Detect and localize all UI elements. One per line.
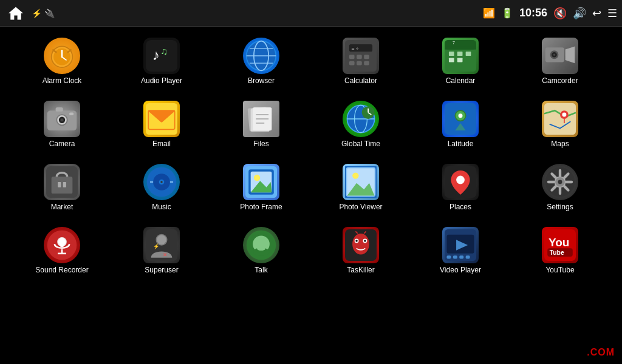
app-maps[interactable]: Maps	[510, 96, 610, 153]
taskiller-icon	[343, 227, 379, 263]
svg-point-65	[459, 113, 463, 118]
app-video-player[interactable]: Video Player	[411, 222, 510, 279]
alarm-clock-label: Alarm Clock	[43, 76, 82, 85]
app-calculator[interactable]: = ÷ Calculator	[311, 33, 411, 90]
svg-text:✕: ✕	[163, 252, 168, 258]
audio-player-icon: ♪ ♫	[143, 38, 180, 74]
app-alarm-clock[interactable]: Alarm Clock	[12, 33, 112, 90]
svg-rect-28	[449, 52, 454, 56]
back-icon[interactable]: ↩	[592, 7, 601, 20]
svg-text:♪: ♪	[152, 47, 159, 63]
files-icon	[243, 101, 279, 137]
svg-point-120	[364, 240, 366, 241]
app-files[interactable]: Files	[211, 96, 311, 153]
app-sound-recorder[interactable]: Sound Recorder	[12, 222, 112, 279]
photo-viewer-icon	[343, 164, 379, 200]
app-settings[interactable]: Settings	[510, 159, 610, 216]
app-camcorder[interactable]: Camcorder	[510, 33, 610, 90]
maps-label: Maps	[551, 140, 569, 148]
calculator-icon: = ÷	[343, 38, 379, 74]
svg-point-78	[160, 181, 162, 183]
latitude-label: Latitude	[448, 140, 474, 148]
svg-rect-128	[459, 255, 463, 258]
app-global-time[interactable]: Global Time	[311, 96, 411, 153]
video-player-label: Video Player	[440, 266, 481, 274]
app-photo-viewer[interactable]: Photo Viewer	[311, 159, 411, 216]
svg-point-42	[60, 118, 63, 121]
battery-icon: 🔋	[501, 7, 513, 19]
youtube-label: YouTube	[545, 266, 574, 274]
app-youtube[interactable]: You Tube YouTube	[510, 222, 610, 279]
calendar-label: Calendar	[446, 76, 476, 85]
superuser-icon: ⚡ ✕	[143, 227, 180, 263]
app-browser[interactable]: Browser	[211, 33, 311, 90]
maps-icon	[542, 101, 578, 137]
market-label: Market	[51, 203, 73, 211]
app-taskiller[interactable]: TasKiller	[311, 222, 411, 279]
svg-rect-44	[69, 113, 73, 115]
svg-rect-20	[357, 55, 362, 59]
app-places[interactable]: Places	[411, 159, 510, 216]
status-bar-right: 📶 🔋 10:56 🔇 🔊 ↩ ☰	[483, 7, 617, 20]
music-label: Music	[152, 203, 171, 211]
svg-rect-43	[56, 107, 63, 112]
app-superuser[interactable]: ⚡ ✕ Superuser	[112, 222, 211, 279]
svg-rect-72	[52, 177, 73, 194]
svg-point-38	[553, 54, 555, 56]
superuser-label: Superuser	[145, 266, 178, 274]
home-button[interactable]	[5, 2, 27, 24]
global-time-label: Global Time	[341, 140, 380, 148]
app-email[interactable]: Email	[112, 96, 211, 153]
svg-marker-0	[9, 7, 24, 19]
app-talk[interactable]: Talk	[211, 222, 311, 279]
photo-frame-icon	[243, 164, 279, 200]
talk-icon	[243, 227, 279, 263]
svg-rect-129	[466, 255, 470, 258]
music-icon	[143, 164, 180, 200]
status-bar-left: ⚡ 🔌	[5, 2, 55, 24]
svg-rect-29	[457, 52, 463, 56]
svg-point-60	[362, 106, 375, 119]
svg-point-88	[352, 172, 358, 178]
sound-recorder-icon	[44, 227, 80, 263]
app-audio-player[interactable]: ♪ ♫ Audio Player	[112, 33, 211, 90]
alarm-clock-icon	[44, 38, 80, 74]
svg-point-116	[352, 234, 369, 255]
app-camera[interactable]: Camera	[12, 96, 112, 153]
settings-icon	[542, 164, 578, 200]
places-icon	[442, 164, 479, 200]
video-player-icon	[442, 227, 479, 263]
app-photo-frame[interactable]: Photo Frame	[211, 159, 311, 216]
sound-recorder-label: Sound Recorder	[35, 266, 88, 274]
svg-rect-21	[364, 55, 369, 59]
svg-rect-24	[364, 61, 369, 66]
app-calendar[interactable]: 7 Calendar	[411, 33, 510, 90]
app-music[interactable]: Music	[112, 159, 211, 216]
svg-rect-31	[449, 58, 454, 62]
svg-point-92	[456, 176, 465, 184]
calculator-label: Calculator	[344, 76, 377, 85]
photo-frame-label: Photo Frame	[240, 203, 282, 211]
svg-point-95	[558, 180, 562, 184]
volume-mute-icon[interactable]: 🔇	[553, 7, 567, 20]
settings-label: Settings	[547, 203, 573, 211]
volume-icon[interactable]: 🔊	[573, 7, 586, 20]
calendar-icon: 7	[442, 38, 479, 74]
browser-icon	[243, 38, 279, 74]
global-time-icon	[343, 101, 379, 137]
svg-rect-106	[60, 238, 64, 248]
app-latitude[interactable]: Latitude	[411, 96, 510, 153]
youtube-icon: You Tube	[542, 227, 578, 263]
menu-icon[interactable]: ☰	[607, 7, 617, 20]
usb2-icon: 🔌	[44, 8, 55, 18]
svg-text:= ÷: = ÷	[351, 46, 358, 52]
app-grid: Alarm Clock ♪ ♫ Audio Player Browser = ÷	[0, 27, 622, 285]
svg-rect-22	[349, 61, 355, 66]
svg-point-119	[355, 240, 357, 241]
svg-text:7: 7	[453, 41, 455, 45]
email-label: Email	[152, 140, 171, 148]
app-market[interactable]: Market	[12, 159, 112, 216]
svg-rect-73	[58, 182, 61, 187]
svg-marker-35	[566, 46, 575, 63]
camcorder-label: Camcorder	[542, 76, 578, 85]
